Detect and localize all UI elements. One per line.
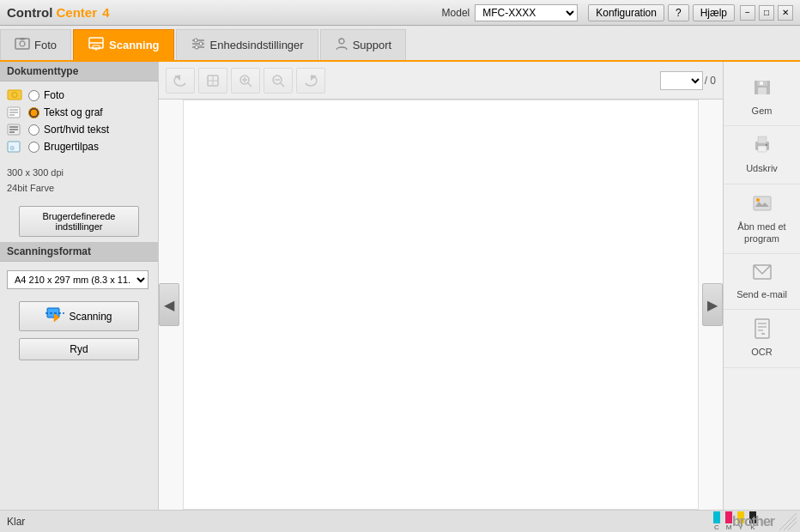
ink-bar-cyan <box>713 511 720 523</box>
tab-bar: Foto Scanning Enhedsindstillinger <box>0 26 800 62</box>
tab-scanning-label: Scanning <box>109 39 160 51</box>
ink-cyan: C <box>711 511 723 531</box>
gem-label: Gem <box>752 105 773 117</box>
tab-support[interactable]: Support <box>320 29 407 60</box>
tab-enhed[interactable]: Enhedsindstillinger <box>176 29 318 60</box>
doc-type-sort[interactable]: Sort/hvid tekst <box>7 121 151 138</box>
page-select-dropdown[interactable] <box>660 71 703 90</box>
scan-tab-icon <box>88 37 105 53</box>
ink-letter-m: M <box>726 523 732 531</box>
support-tab-icon <box>335 37 348 53</box>
doc-type-section: Foto Tekst og graf Sort/hvid tekst ⚙ <box>0 82 158 160</box>
email-icon <box>752 263 773 285</box>
action-abn[interactable]: Åbn med et program <box>724 184 800 255</box>
foto-tab-icon <box>15 37 30 53</box>
ink-bar-magenta <box>725 511 732 523</box>
close-button[interactable]: ✕ <box>778 5 793 21</box>
tab-enhed-label: Enhedsindstillinger <box>210 39 304 51</box>
brother-logo: brother <box>732 514 774 529</box>
right-panel: Gem Udskriv Åbn med et program Send e-ma… <box>723 62 800 510</box>
tab-foto[interactable]: Foto <box>0 29 71 60</box>
radio-tekst[interactable] <box>28 107 39 118</box>
action-udskriv[interactable]: Udskriv <box>724 126 800 184</box>
page-count: / 0 <box>705 75 716 87</box>
udskriv-label: Udskriv <box>746 162 778 174</box>
ocr-label: OCR <box>751 346 772 358</box>
help-icon-button[interactable]: ? <box>668 4 689 21</box>
app-name-four: 4 <box>102 5 109 20</box>
svg-point-45 <box>765 144 767 146</box>
format-dropdown[interactable]: A4 210 x 297 mm (8.3 x 11.7… <box>7 270 148 289</box>
status-bar: Klar C M Y K brother <box>0 510 800 532</box>
svg-line-36 <box>281 83 284 87</box>
scan-button[interactable]: Scanning <box>19 301 139 331</box>
fit-page-button[interactable] <box>198 68 227 94</box>
dpi-value: 300 x 300 dpi <box>7 166 151 181</box>
radio-bruger[interactable] <box>28 142 39 153</box>
toolbar: / 0 <box>159 62 723 100</box>
doc-type-header: Dokumenttype <box>0 62 158 82</box>
doc-type-foto-label: Foto <box>44 89 64 101</box>
gem-icon <box>752 77 773 101</box>
svg-point-47 <box>756 198 760 202</box>
main-layout: Dokumenttype Foto Tekst og graf <box>0 62 800 510</box>
svg-line-56 <box>788 522 797 530</box>
svg-rect-39 <box>758 88 767 94</box>
dpi-info: 300 x 300 dpi 24bit Farve <box>7 166 151 196</box>
help-button[interactable]: Hjælp <box>693 4 735 21</box>
restore-button[interactable]: □ <box>759 5 774 21</box>
scan-format-header: Scanningsformat <box>0 242 158 262</box>
svg-point-12 <box>195 45 198 49</box>
abn-icon <box>752 193 773 217</box>
svg-rect-41 <box>760 82 763 85</box>
svg-rect-46 <box>754 196 771 210</box>
minimize-button[interactable]: − <box>740 5 755 21</box>
ocr-icon <box>753 318 772 342</box>
action-email[interactable]: Send e-mail <box>724 254 800 310</box>
next-page-arrow[interactable]: ▶ <box>702 283 723 326</box>
custom-settings-button[interactable]: Brugerdefinerede indstillinger <box>19 206 139 237</box>
app-title: Control Center 4 <box>7 5 442 20</box>
scan-button-icon <box>45 307 64 325</box>
title-bar: Control Center 4 Model MFC-XXXX Konfigur… <box>0 0 800 26</box>
prev-page-arrow[interactable]: ◀ <box>159 283 179 326</box>
udskriv-icon <box>752 135 773 159</box>
action-ocr[interactable]: OCR <box>724 310 800 367</box>
doc-type-bruger-label: Brugertilpas <box>44 141 99 153</box>
svg-rect-2 <box>20 38 25 40</box>
model-dropdown[interactable]: MFC-XXXX <box>475 4 578 21</box>
svg-rect-14 <box>8 90 21 100</box>
bruger-icon: ⚙ <box>7 140 24 154</box>
zoom-out-button[interactable] <box>264 68 293 94</box>
doc-type-tekst[interactable]: Tekst og graf <box>7 104 151 121</box>
canvas-area: ◀ ▶ <box>159 100 723 510</box>
model-label: Model <box>442 7 470 19</box>
doc-type-foto[interactable]: Foto <box>7 87 151 104</box>
tab-support-label: Support <box>353 39 392 51</box>
svg-rect-0 <box>15 39 29 49</box>
svg-line-32 <box>248 83 252 87</box>
left-panel: Dokumenttype Foto Tekst og graf <box>0 62 159 510</box>
rotate-right-button[interactable] <box>296 68 325 94</box>
svg-point-1 <box>20 41 25 46</box>
model-area: Model MFC-XXXX <box>442 4 579 21</box>
scan-canvas <box>183 100 699 510</box>
tab-scanning[interactable]: Scanning <box>73 29 174 60</box>
rotate-left-button[interactable] <box>166 68 195 94</box>
radio-foto[interactable] <box>28 90 39 101</box>
config-button[interactable]: Konfiguration <box>588 4 664 21</box>
clear-button[interactable]: Ryd <box>19 338 139 360</box>
color-value: 24bit Farve <box>7 181 151 196</box>
radio-sort[interactable] <box>28 124 39 136</box>
center-panel: / 0 ◀ ▶ <box>159 62 723 510</box>
action-gem[interactable]: Gem <box>724 69 800 126</box>
email-label: Send e-mail <box>736 288 787 300</box>
doc-type-bruger[interactable]: ⚙ Brugertilpas <box>7 138 151 155</box>
status-text: Klar <box>7 516 711 528</box>
doc-type-sort-label: Sort/hvid tekst <box>44 124 109 136</box>
svg-line-54 <box>779 513 797 530</box>
zoom-in-button[interactable] <box>231 68 260 94</box>
settings-tab-icon <box>191 37 206 53</box>
scan-format-section: A4 210 x 297 mm (8.3 x 11.7… <box>0 262 158 294</box>
doc-type-tekst-label: Tekst og graf <box>44 106 103 118</box>
